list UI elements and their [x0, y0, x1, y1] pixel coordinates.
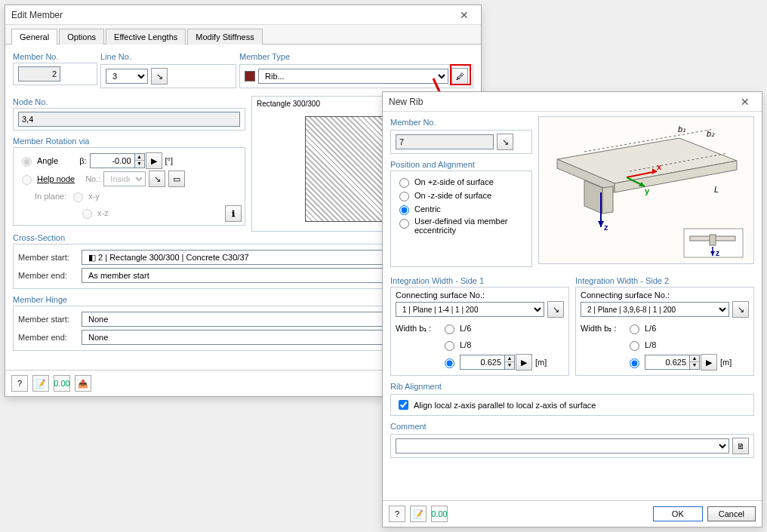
side1-unit: [m]: [535, 358, 547, 367]
side2-L8: L/8: [645, 340, 656, 349]
inside-select[interactable]: Inside: [103, 171, 146, 186]
side2-L6: L/6: [645, 324, 656, 333]
units-icon[interactable]: 0.00: [54, 375, 70, 392]
pick-member-icon[interactable]: ↘: [497, 134, 513, 150]
side2-L8-radio[interactable]: [630, 341, 639, 351]
line-no-label: Line No.: [100, 51, 236, 63]
comment-browse-icon[interactable]: 🗎: [732, 438, 749, 454]
svg-marker-5: [602, 186, 613, 214]
side2-step-icon[interactable]: ▶: [701, 354, 717, 371]
svg-text:x: x: [657, 162, 662, 171]
side1-L6-radio[interactable]: [445, 324, 454, 334]
side1-step-icon[interactable]: ▶: [516, 354, 532, 371]
side1-L8-radio[interactable]: [445, 341, 454, 351]
xz-label: x-z: [97, 208, 109, 217]
svg-marker-13: [598, 221, 604, 227]
side1-L8: L/8: [460, 340, 471, 349]
side2-pick-icon[interactable]: ↘: [732, 301, 749, 318]
new-rib-window: New Rib ✕ Member No. ↘ Position and Alig…: [382, 91, 762, 527]
title-text: Edit Member: [11, 10, 454, 20]
tab-effective-lengths[interactable]: Effective Lengths: [106, 29, 186, 45]
side1-surface-select[interactable]: 1 | Plane | 1-4 | 1 | 200: [396, 302, 544, 317]
svg-rect-22: [710, 235, 716, 245]
node-no-label: Node No.: [13, 96, 245, 108]
svg-text:L: L: [714, 185, 719, 194]
cs-start-select[interactable]: ◧ 2 | Rectangle 300/300 | Concrete C30/3…: [82, 250, 426, 265]
close-icon-2[interactable]: ✕: [735, 94, 756, 110]
side2-unit: [m]: [720, 358, 732, 367]
beta-input[interactable]: [90, 153, 135, 168]
align-checkbox[interactable]: [399, 400, 408, 410]
side2-conn-label: Connecting surface No.:: [581, 291, 749, 300]
side1-label: Integration Width - Side 1: [390, 275, 569, 287]
side2-width-input[interactable]: [645, 355, 690, 370]
svg-text:y: y: [645, 186, 650, 195]
side2-L6-radio[interactable]: [630, 324, 639, 334]
line-no-select[interactable]: 3: [106, 69, 148, 84]
cs-end-label: Member end:: [18, 271, 79, 280]
beta-label: β:: [79, 156, 86, 165]
editnote-icon-2[interactable]: 📝: [410, 506, 427, 522]
help-icon[interactable]: ?: [11, 375, 28, 392]
side2-surface-select[interactable]: 2 | Plane | 3,9,6-8 | 1 | 200: [581, 302, 729, 317]
pick-line-icon[interactable]: ↘: [151, 68, 168, 85]
rib-member-no-label: Member No.: [390, 116, 532, 128]
highlight-box: [450, 64, 471, 85]
beta-unit: [°]: [165, 156, 174, 165]
side2-custom-radio[interactable]: [630, 358, 639, 368]
member-no-label: Member No.: [13, 51, 97, 63]
member-no-input[interactable]: [18, 66, 60, 81]
pos-opt4: User-defined via member eccentricity: [414, 217, 520, 235]
member-type-color-icon: [245, 71, 255, 81]
rib-member-no-input[interactable]: [396, 134, 494, 149]
angle-radio[interactable]: [22, 157, 32, 167]
beta-spinner[interactable]: ▲▼: [135, 153, 145, 168]
content-2: Member No. ↘ Position and Alignment On +…: [383, 112, 762, 467]
rib-align-label: Rib Alignment: [390, 380, 754, 392]
member-type-label: Member Type: [239, 51, 473, 63]
node-no-input[interactable]: [18, 112, 240, 127]
ok-button-2[interactable]: OK: [653, 506, 703, 521]
xy-label: x-y: [88, 192, 100, 201]
xz-radio[interactable]: [82, 209, 92, 219]
cs-end-select[interactable]: As member start: [82, 268, 427, 283]
side2-label: Integration Width - Side 2: [575, 275, 754, 287]
close-icon[interactable]: ✕: [454, 7, 475, 23]
units-icon-2[interactable]: 0.00: [431, 506, 448, 522]
pos-plusz-radio[interactable]: [399, 178, 409, 188]
side1-custom-radio[interactable]: [445, 358, 454, 368]
new-node-icon[interactable]: ▭: [168, 171, 185, 187]
side2-spinner[interactable]: ▲▼: [690, 355, 700, 370]
xy-radio[interactable]: [73, 192, 83, 202]
member-type-select[interactable]: Rib...: [258, 69, 448, 84]
editnote-icon[interactable]: 📝: [32, 375, 49, 392]
titlebar-edit-member: Edit Member ✕: [5, 5, 481, 25]
export-icon[interactable]: 📤: [75, 375, 91, 392]
pos-centric-radio[interactable]: [399, 205, 409, 215]
tab-general[interactable]: General: [11, 29, 57, 45]
beta-step-button[interactable]: ▶: [146, 152, 162, 169]
side1-L6: L/6: [460, 324, 471, 333]
info-icon[interactable]: ℹ: [225, 205, 242, 222]
side1-spinner[interactable]: ▲▼: [505, 355, 515, 370]
pick-node-icon[interactable]: ↘: [149, 171, 165, 187]
position-label: Position and Alignment: [390, 158, 532, 171]
side1-pick-icon[interactable]: ↘: [547, 301, 564, 318]
comment-select[interactable]: [396, 438, 729, 454]
side1-width-label: Width b₁ :: [396, 324, 438, 334]
cancel-button[interactable]: Cancel: [707, 506, 756, 521]
pos-user-radio[interactable]: [399, 219, 409, 229]
tab-modify-stiffness[interactable]: Modify Stiffness: [187, 29, 262, 45]
cs-start-label: Member start:: [18, 253, 79, 262]
tab-options[interactable]: Options: [59, 29, 104, 45]
angle-label: Angle: [37, 156, 58, 165]
side1-width-input[interactable]: [460, 355, 505, 370]
pos-opt3: Centric: [414, 204, 441, 214]
hinge-end-label: Member end:: [18, 333, 79, 342]
pos-opt2: On -z-side of surface: [414, 191, 491, 200]
pos-minusz-radio[interactable]: [399, 192, 409, 201]
preview-label: Rectangle 300/300: [257, 100, 320, 108]
helpnode-radio[interactable]: [22, 175, 32, 185]
help-icon-2[interactable]: ?: [389, 506, 405, 522]
no-label: No.:: [85, 174, 100, 183]
